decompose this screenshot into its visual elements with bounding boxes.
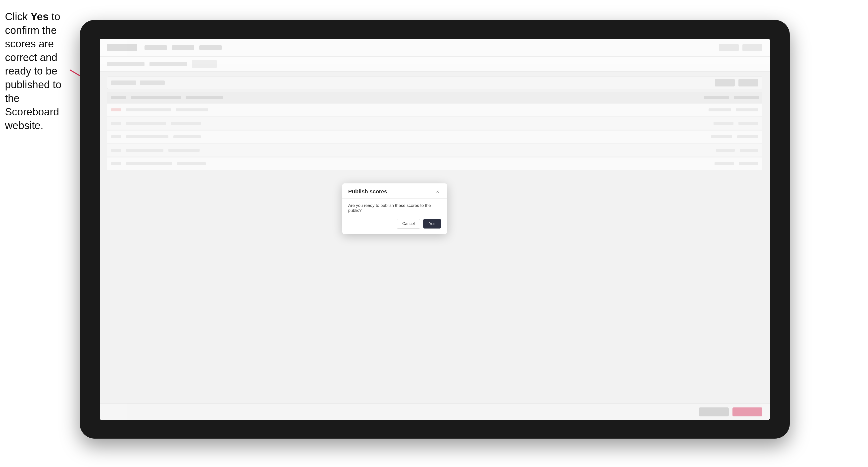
dialog-title: Publish scores [348, 188, 388, 195]
instruction-bold: Yes [31, 11, 49, 23]
cancel-button[interactable]: Cancel [397, 219, 421, 228]
dialog-actions: Cancel Yes [348, 219, 441, 228]
tablet-screen: Publish scores × Are you ready to publis… [100, 39, 770, 420]
instruction-part1: Click [5, 11, 31, 23]
instruction-text: Click Yes to confirm the scores are corr… [5, 10, 75, 132]
tablet-device: Publish scores × Are you ready to publis… [80, 20, 790, 439]
dialog-body: Are you ready to publish these scores to… [342, 198, 447, 234]
dialog-overlay: Publish scores × Are you ready to publis… [100, 39, 770, 420]
yes-button[interactable]: Yes [423, 219, 441, 228]
dialog-header: Publish scores × [342, 183, 447, 198]
dialog-message: Are you ready to publish these scores to… [348, 203, 441, 213]
publish-dialog: Publish scores × Are you ready to publis… [342, 183, 447, 234]
instruction-part2: to confirm the scores are correct and re… [5, 11, 62, 131]
dialog-close-button[interactable]: × [434, 188, 441, 195]
